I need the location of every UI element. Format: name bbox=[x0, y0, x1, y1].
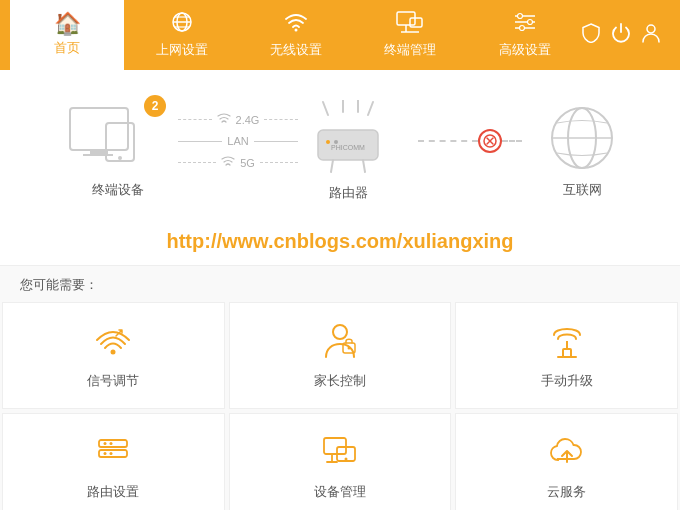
svg-point-14 bbox=[527, 20, 532, 25]
internet-label: 互联网 bbox=[563, 181, 602, 199]
grid-item-upgrade[interactable]: 手动升级 bbox=[455, 302, 678, 409]
top-right-icons bbox=[582, 23, 670, 48]
device-badge: 2 bbox=[144, 95, 166, 117]
grid-item-cloud[interactable]: 云服务 bbox=[455, 413, 678, 510]
device-label: 终端设备 bbox=[92, 181, 144, 199]
error-line-area bbox=[418, 129, 522, 153]
svg-point-56 bbox=[344, 458, 347, 461]
svg-point-29 bbox=[334, 140, 338, 144]
nav-internet-label: 上网设置 bbox=[156, 41, 208, 59]
band-5g-label: 5G bbox=[240, 157, 255, 169]
nav-home[interactable]: 🏠 首页 bbox=[10, 0, 124, 70]
routing-icon bbox=[94, 432, 132, 475]
power-icon[interactable] bbox=[612, 23, 630, 48]
svg-line-25 bbox=[368, 102, 373, 115]
terminal-icon bbox=[396, 11, 424, 37]
svg-rect-42 bbox=[563, 349, 571, 357]
parental-icon bbox=[321, 321, 359, 364]
svg-point-13 bbox=[517, 14, 522, 19]
svg-text:PHICOMM: PHICOMM bbox=[331, 144, 365, 151]
main-content: 2 终端设备 2.4G LAN bbox=[0, 70, 680, 510]
svg-line-30 bbox=[331, 160, 333, 172]
nav-advanced[interactable]: 高级设置 bbox=[468, 0, 582, 70]
grid-label-signal: 信号调节 bbox=[87, 372, 139, 390]
router-block: PHICOMM 路由器 bbox=[288, 100, 408, 202]
grid-label-routing: 路由设置 bbox=[87, 483, 139, 501]
router-label: 路由器 bbox=[329, 184, 368, 202]
grid-item-signal[interactable]: 信号调节 bbox=[2, 302, 225, 409]
grid-label-devices: 设备管理 bbox=[314, 483, 366, 501]
error-circle bbox=[478, 129, 502, 153]
svg-point-50 bbox=[104, 452, 107, 455]
conn-line-lan-right bbox=[254, 141, 298, 142]
nav-internet[interactable]: 上网设置 bbox=[124, 0, 238, 70]
user-icon[interactable] bbox=[642, 23, 660, 48]
svg-point-49 bbox=[110, 442, 113, 445]
device-icon-wrap: 2 bbox=[68, 103, 168, 173]
wireless-icon bbox=[283, 11, 309, 37]
connection-area: 2.4G LAN 5G bbox=[178, 112, 298, 170]
conn-row-lan: LAN bbox=[178, 135, 298, 147]
nav-home-label: 首页 bbox=[54, 39, 80, 57]
grid-label-upgrade: 手动升级 bbox=[541, 372, 593, 390]
home-icon: 🏠 bbox=[54, 13, 81, 35]
svg-point-51 bbox=[110, 452, 113, 455]
svg-rect-46 bbox=[99, 440, 127, 447]
error-dashed-left bbox=[418, 140, 478, 142]
device-block: 2 终端设备 bbox=[48, 103, 188, 199]
nav-terminal-label: 终端管理 bbox=[384, 41, 436, 59]
svg-point-48 bbox=[104, 442, 107, 445]
nav-wireless[interactable]: 无线设置 bbox=[239, 0, 353, 70]
conn-line-lan-left bbox=[178, 141, 222, 142]
svg-point-16 bbox=[647, 25, 655, 33]
nav-advanced-label: 高级设置 bbox=[499, 41, 551, 59]
svg-rect-17 bbox=[70, 108, 128, 150]
advanced-icon bbox=[512, 11, 538, 37]
top-nav: 🏠 首页 上网设置 无线设置 bbox=[0, 0, 680, 70]
svg-rect-47 bbox=[99, 450, 127, 457]
cloud-icon bbox=[548, 432, 586, 475]
svg-point-39 bbox=[333, 325, 347, 339]
nav-wireless-label: 无线设置 bbox=[270, 41, 322, 59]
upgrade-icon bbox=[548, 321, 586, 364]
wifi-icon-2g bbox=[217, 112, 231, 127]
internet-icon bbox=[169, 11, 195, 37]
svg-point-21 bbox=[118, 156, 122, 160]
signal-icon bbox=[94, 321, 132, 364]
router-svg: PHICOMM bbox=[303, 100, 393, 180]
conn-line-2g-right bbox=[264, 119, 298, 120]
wifi-icon-5g bbox=[221, 155, 235, 170]
status-section: 2 终端设备 2.4G LAN bbox=[0, 70, 680, 222]
svg-line-22 bbox=[323, 102, 328, 115]
svg-point-5 bbox=[295, 29, 298, 32]
shield-icon[interactable] bbox=[582, 23, 600, 48]
grid-item-parental[interactable]: 家长控制 bbox=[229, 302, 452, 409]
grid-item-devices[interactable]: 设备管理 bbox=[229, 413, 452, 510]
svg-line-31 bbox=[363, 160, 365, 172]
conn-line-2g-left bbox=[178, 119, 212, 120]
conn-row-5g: 5G bbox=[178, 155, 298, 170]
band-lan-label: LAN bbox=[227, 135, 248, 147]
svg-point-38 bbox=[111, 350, 116, 355]
conn-row-2g: 2.4G bbox=[178, 112, 298, 127]
conn-line-5g-right bbox=[260, 162, 298, 163]
error-dashed-right bbox=[502, 140, 522, 142]
internet-svg bbox=[547, 103, 617, 173]
svg-point-28 bbox=[326, 140, 330, 144]
nav-terminal[interactable]: 终端管理 bbox=[353, 0, 467, 70]
grid-label-parental: 家长控制 bbox=[314, 372, 366, 390]
devices-icon bbox=[321, 432, 359, 475]
conn-line-5g-left bbox=[178, 162, 216, 163]
svg-rect-52 bbox=[324, 438, 346, 454]
grid-label-cloud: 云服务 bbox=[547, 483, 586, 501]
url-watermark: http://www.cnblogs.com/xuliangxing bbox=[0, 222, 680, 265]
may-need-label: 您可能需要： bbox=[0, 265, 680, 300]
svg-point-41 bbox=[347, 347, 350, 350]
items-grid: 信号调节 家长控制 bbox=[0, 300, 680, 510]
grid-item-routing[interactable]: 路由设置 bbox=[2, 413, 225, 510]
band-2g-label: 2.4G bbox=[236, 114, 260, 126]
svg-point-15 bbox=[519, 26, 524, 31]
internet-block: 互联网 bbox=[532, 103, 632, 199]
